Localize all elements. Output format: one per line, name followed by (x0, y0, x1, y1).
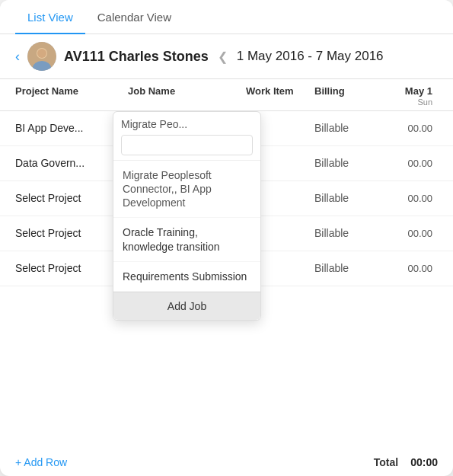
footer-row: + Add Row Total 00:00 (0, 449, 453, 476)
amount-cell: 00.00 (372, 188, 432, 209)
back-button[interactable]: ‹ (15, 49, 20, 65)
dropdown-item[interactable]: Migrate Peoplesoft Connector,, BI App De… (113, 161, 260, 219)
project-cell[interactable]: Select Project (15, 257, 128, 279)
billing-cell: Billable (314, 117, 372, 139)
dropdown-header: Migrate Peo... (113, 112, 260, 161)
col-billing: Billing (314, 85, 372, 107)
tab-list-view[interactable]: List View (15, 0, 85, 34)
dropdown-trigger[interactable]: Migrate Peo... (121, 118, 253, 130)
amount-cell: 00.00 (372, 223, 432, 244)
dropdown-item[interactable]: Requirements Submission (113, 262, 260, 292)
col-work-item: Work Item (246, 85, 314, 107)
dropdown-search[interactable] (121, 135, 253, 155)
amount-cell: 00.00 (372, 258, 432, 279)
amount-cell: 00.00 (372, 153, 432, 174)
total-label: Total (374, 456, 398, 468)
dropdown-item[interactable]: Oracle Training, knowledge transition (113, 218, 260, 261)
nav-left-button[interactable]: ❮ (218, 50, 228, 64)
project-cell[interactable]: BI App Deve... (15, 117, 128, 139)
date-range: 1 May 2016 - 7 May 2016 (237, 49, 384, 64)
app-container: List View Calendar View ‹ AV111 Charles … (0, 0, 453, 476)
billing-cell: Billable (314, 187, 372, 209)
total-value: 00:00 (410, 456, 438, 468)
amount-cell: 00.00 (372, 118, 432, 139)
job-dropdown: Migrate Peo... Migrate Peoplesoft Connec… (113, 111, 261, 321)
col-may1: May 1 Sun (372, 85, 432, 107)
total-section: Total 00:00 (374, 456, 438, 468)
dropdown-list: Migrate Peoplesoft Connector,, BI App De… (113, 161, 260, 292)
billing-cell: Billable (314, 222, 372, 244)
project-cell[interactable]: Select Project (15, 222, 128, 244)
table-header: Project Name Job Name Work Item Billing … (0, 79, 453, 111)
project-cell[interactable]: Data Govern... (15, 152, 128, 174)
add-job-button[interactable]: Add Job (113, 292, 260, 320)
col-project-name: Project Name (15, 85, 128, 107)
tabs-bar: List View Calendar View (0, 0, 453, 34)
billing-cell: Billable (314, 257, 372, 279)
add-row-button[interactable]: + Add Row (15, 456, 67, 468)
table-body: BI App Deve... Migrate Peo... ☷ Billable… (0, 111, 453, 449)
project-cell[interactable]: Select Project (15, 187, 128, 209)
user-name: AV111 Charles Stones (64, 49, 209, 65)
header: ‹ AV111 Charles Stones ❮ 1 May 2016 - 7 … (0, 34, 453, 79)
tab-calendar-view[interactable]: Calendar View (85, 0, 183, 34)
svg-point-3 (37, 49, 46, 58)
billing-cell: Billable (314, 152, 372, 174)
col-job-name: Job Name (128, 85, 246, 107)
avatar (27, 42, 56, 71)
